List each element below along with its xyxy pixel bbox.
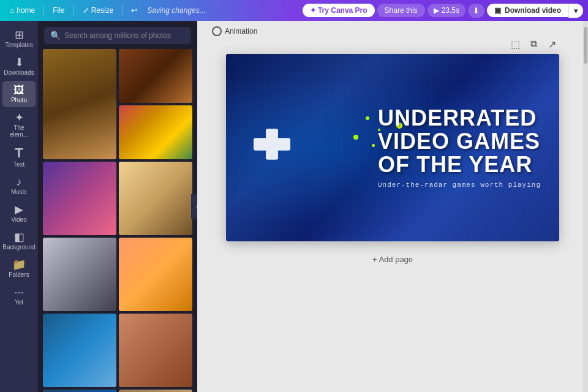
scrollbar-thumb[interactable] [584, 27, 587, 64]
photo-item[interactable] [43, 314, 116, 387]
photo-item[interactable] [43, 238, 116, 311]
undo-button[interactable]: ↩ [126, 4, 142, 17]
nav-separator-1 [43, 5, 44, 16]
sidebar-item-photo[interactable]: 🖼 Photo [2, 81, 36, 107]
sidebar-item-folders[interactable]: 📁 Folders [2, 255, 36, 282]
canvas-subtitle: Under-the-radar games worth playing [378, 181, 541, 189]
music-icon: ♪ [17, 176, 22, 187]
home-icon: ⌂ [10, 6, 14, 15]
undo-icon: ↩ [131, 6, 137, 15]
text-icon: T [15, 146, 23, 160]
animation-button[interactable]: Animation [207, 24, 262, 38]
photo-item[interactable] [119, 105, 192, 159]
sidebar-item-video[interactable]: ▶ Video [2, 200, 36, 227]
download-group: ▣ Download video ▾ [487, 4, 583, 18]
search-bar: 🔍 [38, 21, 197, 49]
search-input-wrap[interactable]: 🔍 [44, 27, 191, 44]
share-button[interactable]: Share this [377, 4, 425, 17]
resize-button[interactable]: ⤢ Resize [78, 4, 119, 17]
add-page-bar: + Add page [226, 246, 559, 273]
animation-icon [212, 26, 222, 36]
top-nav: ⌂ home File ⤢ Resize ↩ Saving changes...… [0, 0, 588, 21]
canvas-text-block: UNDERRATED VIDEO GAMES OF THE YEAR Under… [378, 107, 559, 188]
duplicate-icon: ⧉ [530, 39, 537, 50]
download-icon: ⬇ [473, 6, 480, 15]
canvas-title: UNDERRATED VIDEO GAMES OF THE YEAR [378, 107, 541, 176]
nav-separator-3 [122, 5, 123, 16]
nav-separator-2 [74, 5, 74, 16]
video-icon: ▣ [494, 6, 501, 15]
canvas-card-icons: ⬚ ⧉ ↗ [508, 37, 559, 51]
canvas-card[interactable]: UNDERRATED VIDEO GAMES OF THE YEAR Under… [226, 54, 559, 241]
download-caret-button[interactable]: ▾ [568, 4, 583, 18]
canvas-card-wrap: ⬚ ⧉ ↗ [226, 54, 559, 241]
photo-item[interactable] [43, 390, 116, 392]
collapse-panel-button[interactable]: ‹ [191, 194, 197, 219]
saving-status: Saving changes... [147, 6, 205, 15]
templates-icon: ⊞ [15, 29, 24, 40]
folders-icon: 📁 [12, 259, 26, 270]
photo-grid [38, 49, 197, 392]
search-input[interactable] [64, 31, 185, 40]
duplicate-button[interactable]: ⧉ [526, 37, 541, 51]
chevron-down-icon: ▾ [574, 6, 578, 15]
sidebar-item-downloads[interactable]: ⬇ Downloads [2, 53, 36, 80]
sidebar-item-yet[interactable]: ··· Yet [2, 283, 36, 309]
sidebar-item-templates[interactable]: ⊞ Templates [2, 26, 36, 52]
photo-icon: 🖼 [13, 85, 24, 96]
photo-item[interactable] [43, 49, 116, 159]
photo-item[interactable] [119, 390, 192, 392]
controller-icon [251, 126, 293, 170]
download-video-button[interactable]: ▣ Download video [487, 4, 568, 17]
main-area: Animation ⬚ ⧉ ↗ [197, 21, 588, 392]
share-card-button[interactable]: ↗ [545, 37, 559, 51]
copy-style-button[interactable]: ⬚ [508, 37, 522, 51]
scrollbar-track[interactable] [583, 21, 588, 392]
downloads-icon: ⬇ [15, 57, 24, 68]
photo-item[interactable] [119, 162, 192, 235]
elements-icon: ✦ [15, 112, 24, 123]
file-button[interactable]: File [48, 4, 69, 17]
share-card-icon: ↗ [548, 39, 556, 50]
video-sidebar-icon: ▶ [15, 204, 23, 215]
photo-item[interactable] [43, 162, 116, 235]
play-icon: ▶ [434, 6, 439, 15]
svg-rect-3 [254, 138, 290, 151]
try-canva-button[interactable]: ✦ Try Canva Pro [303, 4, 375, 17]
photo-item[interactable] [119, 314, 192, 387]
photo-item[interactable] [119, 49, 192, 103]
sidebar-item-text[interactable]: T Text [2, 143, 36, 172]
canvas-wrapper: ⬚ ⧉ ↗ [197, 42, 588, 392]
sidebar-item-music[interactable]: ♪ Music [2, 173, 36, 199]
home-button[interactable]: ⌂ home [5, 4, 40, 17]
sidebar-item-background[interactable]: ◧ Background [2, 228, 36, 254]
timer-button[interactable]: ▶ 23.5s [428, 4, 466, 17]
add-page-button[interactable]: + Add page [363, 251, 423, 268]
chevron-left-icon: ‹ [196, 203, 197, 210]
sidebar: ⊞ Templates ⬇ Downloads 🖼 Photo ✦ The el… [0, 21, 38, 392]
sidebar-item-elements[interactable]: ✦ The elem... [2, 108, 36, 141]
background-icon: ◧ [14, 232, 24, 243]
more-icon: ··· [14, 287, 23, 298]
photo-panel: 🔍 [38, 21, 197, 392]
search-icon: 🔍 [50, 31, 61, 40]
resize-icon: ⤢ [83, 6, 89, 15]
copy-style-icon: ⬚ [511, 39, 520, 50]
download-icon-button[interactable]: ⬇ [468, 4, 484, 18]
photo-item[interactable] [119, 238, 192, 311]
